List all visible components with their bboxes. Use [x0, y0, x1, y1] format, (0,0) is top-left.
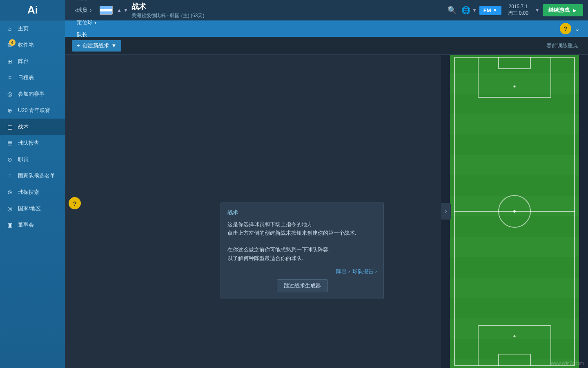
- page-title: 战术: [131, 2, 203, 11]
- sidebar-label-u20: U20 青年联赛: [18, 107, 50, 114]
- goal-area-top: [498, 57, 531, 69]
- create-tactic-button[interactable]: + 创建新战术 ▼: [72, 40, 121, 52]
- sidebar-item-staff[interactable]: ⊙职员: [0, 151, 65, 168]
- globe-arrow: ▼: [472, 8, 477, 13]
- sidebar-item-scout[interactable]: ⊚球探搜索: [0, 184, 65, 200]
- plus-icon: +: [77, 43, 80, 49]
- penalty-spot-bottom: [514, 335, 516, 337]
- skip-button[interactable]: 跳过战术生成器: [277, 279, 328, 292]
- soccer-field-container: ›: [441, 55, 588, 368]
- subnav-label-players: 球员: [77, 7, 87, 14]
- sidebar-label-tactics: 战术: [18, 123, 29, 130]
- sidebar-item-report[interactable]: ▤球队报告: [0, 135, 65, 151]
- penalty-spot-top: [514, 85, 516, 88]
- sidebar-item-home[interactable]: ⌂主页: [0, 20, 65, 37]
- flag-arrows: ▲ ▼: [117, 7, 128, 13]
- tooltip-links: 阵容 › 球队报告 ›: [227, 268, 377, 275]
- tooltip-actions: 跳过战术生成器: [227, 279, 377, 292]
- sidebar-item-inbox[interactable]: ✉收件箱4: [0, 37, 65, 53]
- sidebar-item-region[interactable]: ◎国家/地区: [0, 200, 65, 217]
- topnav: ‹ › ▲ ▼ 战术 美洲超级德比杯 - 韩国 (主) (63天) 🔍 🌐 ▼ …: [65, 0, 588, 20]
- sidebar-label-formation: 阵容: [18, 58, 29, 65]
- subnav: 概览球员定位球 ▾队长针对性设置分析 ▾ ? ⌄: [65, 20, 588, 37]
- sidebar-icon-staff: ⊙: [6, 155, 14, 164]
- flag-down-arrow[interactable]: ▼: [123, 7, 128, 13]
- sidebar-label-report: 球队报告: [18, 139, 39, 147]
- continue-label: 继续游戏: [548, 7, 570, 14]
- date-arrow[interactable]: ▼: [535, 8, 539, 13]
- sidebar-icon-u20: ⊕: [6, 106, 14, 114]
- subnav-arrow-setpieces: ▾: [94, 20, 97, 25]
- sidebar-icon-region: ◎: [6, 204, 14, 213]
- main-content: + 创建新战术 ▼ 赛前训练重点 ? 战术 这是你选择球员和下场上指令的地方. …: [65, 37, 588, 368]
- pre-match-button[interactable]: 赛前训练重点: [543, 40, 581, 52]
- sidebar-icon-competitions: ◎: [6, 90, 14, 98]
- fm-label: FM: [483, 7, 491, 13]
- subnav-help-button[interactable]: ?: [560, 23, 571, 34]
- sidebar-label-home: 主页: [18, 25, 29, 32]
- globe-button[interactable]: 🌐 ▼: [462, 3, 476, 17]
- sidebar-icon-home: ⌂: [6, 25, 14, 33]
- fm-arrow: ▼: [493, 8, 497, 13]
- sidebar-icon-schedule: ≡: [6, 74, 14, 82]
- sidebar: Ai ⌂主页✉收件箱4⊞阵容≡日程表◎参加的赛事⊕U20 青年联赛◫战术▤球队报…: [0, 0, 65, 368]
- soccer-field: [449, 55, 580, 368]
- sidebar-icon-board: ▣: [6, 221, 14, 229]
- report-link[interactable]: 球队报告 ›: [352, 268, 377, 275]
- tooltip-line4: 以了解何种阵型最适合你的球队.: [227, 254, 377, 263]
- search-button[interactable]: 🔍: [445, 3, 459, 17]
- create-tactic-label: 创建新战术: [82, 42, 109, 49]
- watermark: www.Win7c.com: [551, 361, 584, 366]
- formation-link[interactable]: 阵容 ›: [336, 268, 350, 275]
- page-subtitle: 美洲超级德比杯 - 韩国 (主) (63天): [131, 12, 205, 19]
- sidebar-label-inbox: 收件箱: [18, 41, 34, 49]
- page-title-group: 战术 美洲超级德比杯 - 韩国 (主) (63天): [131, 2, 205, 19]
- sidebar-label-region: 国家/地区: [18, 205, 41, 212]
- sidebar-label-board: 董事会: [18, 221, 34, 229]
- continue-button[interactable]: 继续游戏 ►: [543, 4, 583, 16]
- goal-area-bottom: [498, 354, 531, 366]
- subnav-label-overview: 概览: [77, 0, 87, 2]
- date-line2: 周三 0:00: [508, 10, 529, 17]
- create-tactic-arrow: ▼: [111, 43, 117, 49]
- tooltip-popup: 战术 这是你选择球员和下场上指令的地方. 点击上方左侧的创建新战术按钮来创建你的…: [220, 202, 384, 299]
- pre-match-label: 赛前训练重点: [546, 43, 578, 49]
- center-dot: [513, 210, 516, 213]
- flag-up-arrow[interactable]: ▲: [117, 7, 122, 13]
- field-toggle-button[interactable]: ›: [441, 203, 451, 220]
- subnav-item-overview[interactable]: 概览: [72, 0, 108, 4]
- subnav-collapse-button[interactable]: ⌄: [573, 23, 581, 34]
- subnav-item-setpieces[interactable]: 定位球 ▾: [72, 16, 108, 29]
- sidebar-item-board[interactable]: ▣董事会: [0, 217, 65, 233]
- fm-button[interactable]: FM ▼: [479, 6, 501, 15]
- tooltip-body: 这是你选择球员和下场上指令的地方. 点击上方左侧的创建新战术按钮来创建你的第一个…: [227, 220, 377, 263]
- sidebar-icon-scout: ⊚: [6, 188, 14, 196]
- subnav-item-players[interactable]: 球员: [72, 4, 108, 16]
- date-line1: 2015.7.1: [508, 4, 529, 10]
- date-display[interactable]: 2015.7.1 周三 0:00: [508, 4, 529, 16]
- sidebar-item-u20[interactable]: ⊕U20 青年联赛: [0, 102, 65, 119]
- left-area: ? 战术 这是你选择球员和下场上指令的地方. 点击上方左侧的创建新战术按钮来创建…: [65, 55, 441, 368]
- help-bubble-left[interactable]: ?: [69, 197, 81, 209]
- sidebar-badge-inbox: 4: [9, 39, 16, 46]
- sidebar-label-competitions: 参加的赛事: [18, 90, 45, 98]
- tooltip-line2: 点击上方左侧的创建新战术按钮来创建你的第一个战术.: [227, 229, 377, 238]
- tooltip-line1: 这是你选择球员和下场上指令的地方.: [227, 220, 377, 229]
- sidebar-items-container: ⌂主页✉收件箱4⊞阵容≡日程表◎参加的赛事⊕U20 青年联赛◫战术▤球队报告⊙职…: [0, 20, 65, 233]
- sidebar-label-scout: 球探搜索: [18, 188, 39, 196]
- sidebar-item-competitions[interactable]: ◎参加的赛事: [0, 86, 65, 102]
- tooltip-line3: 在你这么做之前你可能想熟悉一下球队阵容.: [227, 246, 377, 254]
- tooltip-title: 战术: [227, 209, 377, 216]
- sidebar-item-formation[interactable]: ⊞阵容: [0, 53, 65, 70]
- sidebar-label-schedule: 日程表: [18, 74, 34, 81]
- sidebar-label-staff: 职员: [18, 156, 29, 163]
- sidebar-icon-report: ▤: [6, 139, 14, 147]
- subnav-label-setpieces: 定位球: [77, 19, 93, 26]
- sidebar-icon-tactics: ◫: [6, 123, 14, 131]
- sidebar-icon-formation: ⊞: [6, 57, 14, 65]
- sidebar-item-schedule[interactable]: ≡日程表: [0, 70, 65, 86]
- sidebar-item-tactics[interactable]: ◫战术: [0, 119, 65, 135]
- sidebar-label-national: 国家队候选名单: [18, 172, 55, 180]
- sidebar-item-national[interactable]: ≡国家队候选名单: [0, 168, 65, 184]
- toolbar: + 创建新战术 ▼ 赛前训练重点: [65, 37, 588, 55]
